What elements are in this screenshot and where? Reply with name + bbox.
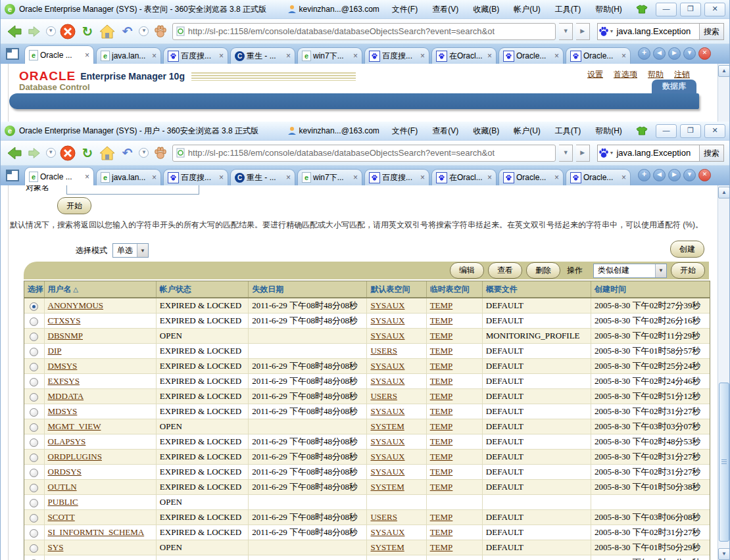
tab-close-icon[interactable]: ×	[219, 52, 224, 60]
undo-dropdown-icon[interactable]: ▼	[139, 23, 149, 40]
menu-item[interactable]: 帮助(H)	[588, 126, 629, 137]
browser-tab[interactable]: 百度搜...×	[364, 47, 429, 64]
history-dropdown-icon[interactable]: ▼	[46, 23, 56, 40]
browser-tab[interactable]: ewin7下...×	[297, 169, 362, 185]
tab-close-icon[interactable]: ×	[420, 174, 425, 181]
tablespace-link[interactable]: SYSAUX	[370, 331, 404, 340]
header-link[interactable]: 设置	[587, 69, 603, 80]
username-link[interactable]: ANONYMOUS	[48, 300, 104, 310]
browser-tab[interactable]: C重生 - ...×	[230, 169, 295, 185]
tablespace-link[interactable]: USERS	[370, 346, 397, 356]
tab-close-icon[interactable]: ×	[487, 174, 492, 181]
username-link[interactable]: MDDATA	[48, 391, 84, 401]
tablespace-link[interactable]: SYSAUX	[370, 376, 404, 386]
row-radio[interactable]	[30, 333, 38, 341]
tab-list-button[interactable]: ▼	[683, 47, 696, 60]
minimize-button[interactable]: —	[656, 124, 677, 138]
menu-item[interactable]: 工具(T)	[548, 126, 588, 137]
tab-close-icon[interactable]: ×	[85, 173, 89, 181]
browser-tab[interactable]: ewin7下...×	[297, 47, 362, 64]
tablespace-link[interactable]: TEMP	[430, 452, 453, 461]
browser-tab[interactable]: ejava.lan...×	[96, 169, 161, 185]
tablespace-link[interactable]: SYSAUX	[370, 557, 404, 560]
browser-tab[interactable]: Oracle...×	[566, 47, 631, 64]
row-radio[interactable]	[30, 363, 38, 371]
tab-scroll-right-button[interactable]: ▶	[668, 169, 681, 181]
browser-tab[interactable]: eOracle ...×	[24, 167, 94, 185]
menu-item[interactable]: 帮助(H)	[588, 4, 629, 15]
browser-tab[interactable]: 百度搜...×	[163, 169, 228, 185]
username-link[interactable]: DIP	[48, 346, 62, 356]
url-dropdown-button[interactable]: ▼	[559, 145, 573, 162]
row-radio[interactable]	[30, 302, 38, 311]
row-radio[interactable]	[30, 484, 38, 492]
tablespace-link[interactable]: SYSAUX	[370, 300, 404, 310]
browser-tab[interactable]: Oracle...×	[566, 169, 631, 185]
menu-item[interactable]: 收藏(B)	[466, 126, 506, 137]
username-link[interactable]: EXFSYS	[48, 376, 80, 386]
tab-close-icon[interactable]: ×	[286, 52, 291, 60]
back-button[interactable]	[6, 145, 22, 162]
new-tab-button[interactable]: +	[638, 169, 650, 181]
scroll-down-icon[interactable]: ▼	[718, 548, 729, 560]
username-link[interactable]: CTXSYS	[48, 315, 81, 325]
360-paw-button[interactable]	[152, 23, 168, 40]
tab-list-button[interactable]: ▼	[683, 169, 696, 181]
maximize-button[interactable]: ❐	[680, 124, 701, 138]
baidu-search-engine-icon[interactable]	[598, 147, 610, 159]
history-dropdown-icon[interactable]: ▼	[46, 145, 56, 162]
skin-button[interactable]	[636, 126, 648, 136]
tab-close-icon[interactable]: ×	[621, 52, 626, 60]
row-radio[interactable]	[30, 423, 38, 432]
back-button[interactable]	[6, 23, 22, 40]
row-radio[interactable]	[30, 544, 38, 553]
row-radio[interactable]	[30, 469, 38, 477]
forward-button[interactable]	[26, 145, 42, 162]
row-radio[interactable]	[30, 393, 38, 402]
baidu-search-engine-icon[interactable]	[598, 26, 610, 37]
tablespace-link[interactable]: TEMP	[430, 467, 453, 477]
tablespace-link[interactable]: TEMP	[430, 527, 453, 537]
menu-item[interactable]: 文件(F)	[385, 4, 425, 15]
maximize-button[interactable]: ❐	[680, 3, 701, 16]
tablespace-link[interactable]: TEMP	[430, 482, 453, 492]
edit-button[interactable]: 编辑	[450, 262, 484, 279]
database-tab[interactable]: 数据库	[652, 80, 696, 93]
username-link[interactable]: SYSMAN	[48, 557, 84, 560]
actions-dropdown[interactable]: 类似创建 ▼	[593, 264, 667, 278]
tab-close-all-button[interactable]: ✕	[698, 169, 711, 181]
browser-tab[interactable]: eOracle ...×	[24, 45, 94, 64]
tablespace-link[interactable]: SYSAUX	[370, 452, 404, 461]
tab-close-icon[interactable]: ×	[621, 174, 626, 181]
create-button[interactable]: 创建	[670, 241, 704, 258]
menu-item[interactable]: 工具(T)	[548, 4, 588, 15]
go-button[interactable]: ▶	[576, 145, 590, 162]
delete-button[interactable]: 删除	[526, 262, 560, 279]
username-link[interactable]: OLAPSYS	[48, 436, 86, 446]
tablespace-link[interactable]: TEMP	[430, 557, 453, 560]
account-button[interactable]: kevinzhan...@163.com	[287, 126, 379, 135]
tab-scroll-left-button[interactable]: ◀	[653, 47, 666, 60]
search-box[interactable]: ▼ java.lang.Exception 搜索	[597, 145, 725, 162]
row-radio[interactable]	[30, 499, 38, 507]
tab-scroll-left-button[interactable]: ◀	[653, 169, 666, 181]
address-bar[interactable]: http://sl-pc:1158/em/console/database/da…	[172, 145, 556, 162]
tablespace-link[interactable]: SYSAUX	[370, 527, 404, 537]
search-button[interactable]: 搜索	[699, 145, 723, 161]
tablespace-link[interactable]: SYSAUX	[370, 436, 404, 446]
scroll-up-icon[interactable]: ▲	[718, 65, 729, 77]
tab-close-icon[interactable]: ×	[85, 51, 89, 59]
scrollbar-thumb[interactable]	[719, 383, 729, 542]
tablespace-link[interactable]: SYSAUX	[370, 315, 404, 325]
tablespace-link[interactable]: TEMP	[430, 542, 453, 552]
username-link[interactable]: DBSNMP	[48, 331, 83, 340]
stop-button[interactable]	[59, 145, 76, 162]
tablespace-link[interactable]: SYSTEM	[370, 482, 404, 492]
menu-item[interactable]: 帐户(U)	[506, 4, 548, 15]
search-button[interactable]: 搜索	[699, 24, 723, 39]
tablespace-link[interactable]: SYSAUX	[370, 361, 404, 371]
tab-close-icon[interactable]: ×	[487, 52, 492, 60]
row-radio[interactable]	[30, 348, 38, 356]
browser-tab[interactable]: 在Oracl...×	[431, 169, 497, 185]
menu-item[interactable]: 帐户(U)	[506, 126, 548, 137]
